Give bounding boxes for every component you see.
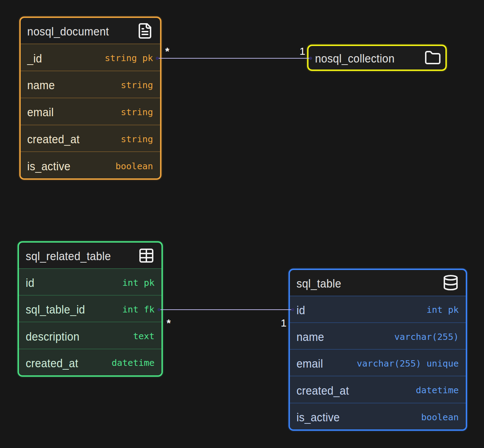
table-node-sql-related-table[interactable]: sql_related_table idint pksql_table_idin… bbox=[18, 241, 163, 376]
table-row-name[interactable]: namestring bbox=[21, 71, 160, 98]
field-type: datetime bbox=[416, 386, 459, 395]
file-text-icon bbox=[137, 22, 153, 39]
field-name: id bbox=[297, 304, 305, 316]
table-title: sql_related_table bbox=[26, 250, 111, 262]
table-row-is_active[interactable]: is_activeboolean bbox=[290, 403, 466, 429]
table-row-name[interactable]: namevarchar(255) bbox=[290, 322, 466, 349]
field-name: email bbox=[27, 106, 54, 118]
field-name: is_active bbox=[27, 160, 71, 172]
table-title: nosql_collection bbox=[315, 53, 395, 65]
table-node-nosql-collection[interactable]: nosql_collection bbox=[307, 45, 447, 71]
field-name: is_active bbox=[297, 411, 340, 423]
field-type: boolean bbox=[421, 413, 459, 422]
diagram-canvas[interactable]: nosql_document _idstring pknamestringema… bbox=[0, 0, 484, 448]
field-type: string bbox=[121, 108, 153, 117]
field-name: name bbox=[297, 331, 324, 343]
table-row-created_at[interactable]: created_atdatetime bbox=[19, 349, 161, 375]
table-row-created_at[interactable]: created_atstring bbox=[21, 125, 160, 152]
field-type: text bbox=[133, 332, 154, 341]
field-name: description bbox=[26, 330, 79, 342]
cardinality-label: 1 bbox=[299, 45, 305, 57]
field-type: int pk bbox=[426, 305, 459, 314]
field-name: created_at bbox=[27, 133, 80, 145]
table-row-created_at[interactable]: created_atdatetime bbox=[290, 376, 466, 402]
table-row-id[interactable]: idint pk bbox=[19, 268, 161, 295]
field-name: created_at bbox=[297, 384, 349, 396]
table-node-sql-table[interactable]: sql_table idint pknamevarchar(255)emailv… bbox=[289, 269, 467, 431]
cardinality-label: * bbox=[167, 317, 171, 329]
table-row-sql_table_id[interactable]: sql_table_idint fk bbox=[19, 295, 161, 322]
table-node-nosql-document[interactable]: nosql_document _idstring pknamestringema… bbox=[19, 17, 162, 180]
field-type: varchar(255) unique bbox=[357, 359, 459, 368]
table-icon bbox=[138, 247, 155, 264]
field-name: name bbox=[27, 79, 55, 91]
table-row-id[interactable]: idint pk bbox=[290, 296, 466, 322]
table-header[interactable]: nosql_collection bbox=[309, 46, 445, 70]
cardinality-label: * bbox=[165, 45, 170, 57]
table-row-email[interactable]: emailvarchar(255) unique bbox=[290, 349, 466, 376]
field-type: datetime bbox=[112, 358, 154, 367]
table-row-email[interactable]: emailstring bbox=[21, 98, 160, 125]
relationship-edge[interactable]: *1 bbox=[156, 45, 312, 60]
field-type: int fk bbox=[122, 305, 155, 314]
table-title: sql_table bbox=[297, 277, 342, 289]
database-icon bbox=[442, 274, 459, 291]
field-name: created_at bbox=[26, 357, 78, 369]
table-row-_id[interactable]: _idstring pk bbox=[21, 44, 160, 71]
field-type: string bbox=[121, 135, 153, 144]
field-name: id bbox=[26, 277, 34, 289]
table-header[interactable]: nosql_document bbox=[21, 18, 160, 44]
table-title: nosql_document bbox=[27, 26, 109, 38]
field-name: _id bbox=[27, 52, 42, 64]
field-type: boolean bbox=[115, 162, 153, 171]
table-header[interactable]: sql_table bbox=[290, 270, 466, 296]
relationship-edge[interactable]: *1 bbox=[158, 308, 294, 329]
folder-icon bbox=[424, 50, 441, 66]
field-type: varchar(255) bbox=[395, 332, 459, 341]
cardinality-label: 1 bbox=[281, 317, 287, 329]
field-type: int pk bbox=[122, 278, 155, 287]
table-header[interactable]: sql_related_table bbox=[19, 243, 161, 268]
field-type: string bbox=[121, 81, 153, 90]
field-name: sql_table_id bbox=[26, 304, 85, 316]
table-row-description[interactable]: descriptiontext bbox=[19, 322, 161, 348]
field-type: string pk bbox=[105, 54, 153, 62]
table-row-is_active[interactable]: is_activeboolean bbox=[21, 151, 160, 178]
field-name: email bbox=[297, 358, 323, 370]
